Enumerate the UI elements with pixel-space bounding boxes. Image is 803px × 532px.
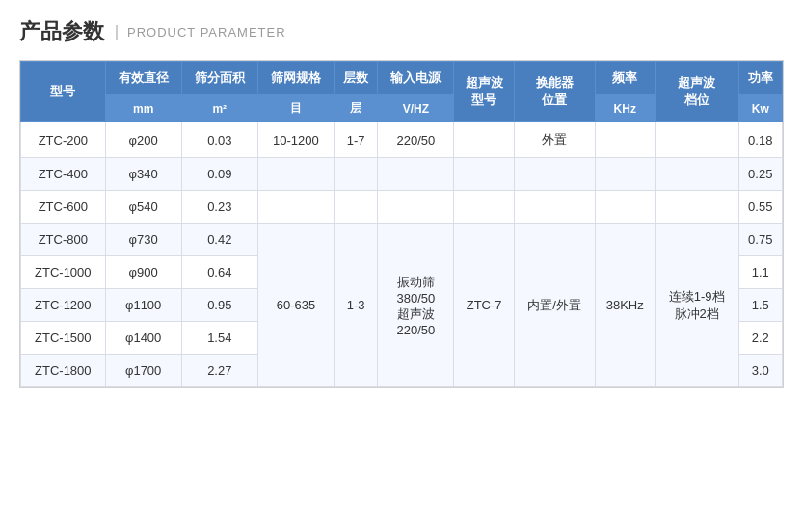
table-row: ZTC-200φ2000.0310-12001-7220/50外置0.18 (21, 122, 783, 158)
col-sub-m2: m² (181, 95, 257, 122)
col-header-transducer: 换能器位置 (514, 62, 595, 122)
col-sub-mm: mm (105, 95, 181, 122)
product-table: 型号 有效直径 筛分面积 筛网规格 层数 输入电源 超声波型号 换能器位置 频率… (20, 61, 783, 387)
col-header-ultrasound-model: 超声波型号 (454, 62, 514, 122)
table-row: ZTC-600φ5400.230.55 (21, 191, 783, 224)
col-header-frequency: 频率 (595, 62, 655, 95)
product-table-wrapper: 振泰机械 ZHENTAIJIXIE 型号 有效直径 筛分面积 筛网规格 层数 输… (19, 60, 784, 388)
col-header-model: 型号 (21, 62, 106, 122)
table-row: ZTC-400φ3400.090.25 (21, 158, 783, 191)
col-header-power-input: 输入电源 (378, 62, 454, 95)
table-header-row-1: 型号 有效直径 筛分面积 筛网规格 层数 输入电源 超声波型号 换能器位置 频率… (21, 62, 783, 95)
col-header-diameter: 有效直径 (105, 62, 181, 95)
col-header-mesh: 筛网规格 (257, 62, 334, 95)
page-header: 产品参数 PRODUCT PARAMETER (19, 17, 784, 46)
table-body: ZTC-200φ2000.0310-12001-7220/50外置0.18ZTC… (21, 122, 783, 387)
col-sub-vhz: V/HZ (378, 95, 454, 122)
col-header-gear: 超声波档位 (655, 62, 738, 122)
col-sub-khz: KHz (595, 95, 655, 122)
col-sub-mesh-unit: 目 (257, 95, 334, 122)
table-row: ZTC-800φ7300.4260-6351-3振动筛 380/50 超声波 2… (21, 224, 783, 256)
col-header-layers: 层数 (334, 62, 377, 95)
page-title-en: PRODUCT PARAMETER (116, 25, 286, 40)
col-header-power-kw: 功率 (738, 62, 782, 95)
col-header-area: 筛分面积 (181, 62, 257, 95)
col-sub-kw: Kw (738, 95, 782, 122)
col-sub-layer-unit: 层 (334, 95, 377, 122)
page-title-cn: 产品参数 (19, 17, 104, 46)
